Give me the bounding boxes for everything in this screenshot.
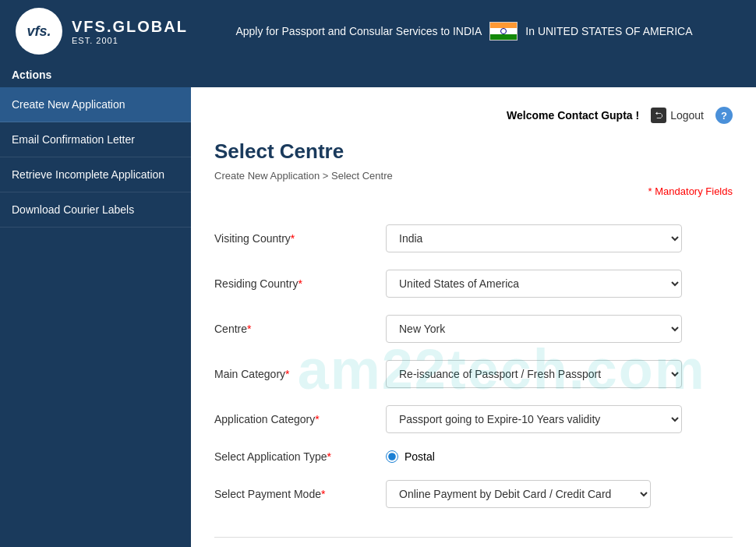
sidebar-item-create-new[interactable]: Create New Application xyxy=(0,87,191,122)
flag-green xyxy=(490,34,517,40)
brand-main: VFS.GLOBAL xyxy=(72,18,188,36)
app-category-select[interactable]: Passport going to Expire-10 Years validi… xyxy=(386,405,682,433)
logout-label: Logout xyxy=(670,109,704,122)
divider xyxy=(214,537,733,538)
logout-icon: ⮌ xyxy=(651,108,666,123)
payment-mode-select[interactable]: Online Payment by Debit Card / Credit Ca… xyxy=(386,480,651,508)
main-category-select[interactable]: Re-issuance of Passport / Fresh Passport xyxy=(386,360,682,388)
brand-sub: EST. 2001 xyxy=(72,36,188,45)
logo-area: vfs. VFS.GLOBAL EST. 2001 xyxy=(16,8,188,55)
breadcrumb: Create New Application > Select Centre xyxy=(214,170,733,182)
india-flag xyxy=(489,22,518,41)
sidebar-item-label: Email Confirmation Letter xyxy=(12,133,135,146)
payment-mode-control: Online Payment by Debit Card / Credit Ca… xyxy=(386,480,651,508)
breadcrumb-part2: Select Centre xyxy=(331,170,393,182)
actions-bar: Actions xyxy=(0,62,756,87)
app-type-row: Select Application Type* Postal xyxy=(214,450,733,463)
main-category-label: Main Category* xyxy=(214,368,386,380)
logo-vfs-text: vfs. xyxy=(26,23,51,40)
app-category-label: Application Category* xyxy=(214,413,386,425)
visiting-country-label: Visiting Country* xyxy=(214,232,386,245)
flag-orange xyxy=(490,23,517,28)
main-category-row: Main Category* Re-issuance of Passport /… xyxy=(214,360,733,388)
header-tagline: Apply for Passport and Consular Services… xyxy=(188,22,740,41)
centre-label: Centre* xyxy=(214,323,386,335)
sidebar-item-label: Download Courier Labels xyxy=(12,203,134,216)
actions-title: Actions xyxy=(12,69,51,81)
user-bar: Welcome Contact Gupta ! ⮌ Logout ? xyxy=(214,107,733,124)
residing-country-row: Residing Country* United States of Ameri… xyxy=(214,270,733,298)
sidebar-item-download[interactable]: Download Courier Labels xyxy=(0,192,191,228)
app-header: vfs. VFS.GLOBAL EST. 2001 Apply for Pass… xyxy=(0,0,756,62)
app-category-row: Application Category* Passport going to … xyxy=(214,405,733,433)
content-area: am22tech.com Welcome Contact Gupta ! ⮌ L… xyxy=(191,87,756,547)
mandatory-text: Mandatory Fields xyxy=(655,185,733,197)
app-type-control: Postal xyxy=(386,450,682,463)
sidebar: Create New Application Email Confirmatio… xyxy=(0,87,191,547)
mandatory-note: * Mandatory Fields xyxy=(214,185,733,197)
help-icon[interactable]: ? xyxy=(715,107,733,124)
app-type-postal-label: Postal xyxy=(404,450,435,463)
flag-chakra xyxy=(500,28,507,34)
sidebar-item-label: Create New Application xyxy=(12,98,125,111)
vfs-title: VFS.GLOBAL EST. 2001 xyxy=(72,18,188,45)
main-category-control: Re-issuance of Passport / Fresh Passport xyxy=(386,360,682,388)
visiting-country-select[interactable]: India xyxy=(386,224,682,252)
breadcrumb-part1: Create New Application xyxy=(214,170,320,182)
residing-country-label: Residing Country* xyxy=(214,277,386,290)
tagline-text: Apply for Passport and Consular Services… xyxy=(235,25,482,37)
sidebar-item-label: Retrieve Incomplete Application xyxy=(12,168,164,181)
visiting-country-control: India xyxy=(386,224,682,252)
centre-control: New York xyxy=(386,315,682,343)
payment-mode-label: Select Payment Mode* xyxy=(214,488,386,500)
logout-button[interactable]: ⮌ Logout xyxy=(651,108,704,123)
residing-country-select[interactable]: United States of America xyxy=(386,270,682,298)
sidebar-item-retrieve[interactable]: Retrieve Incomplete Application xyxy=(0,157,191,192)
centre-select[interactable]: New York xyxy=(386,315,682,343)
sidebar-item-email-confirm[interactable]: Email Confirmation Letter xyxy=(0,122,191,157)
app-category-control: Passport going to Expire-10 Years validi… xyxy=(386,405,682,433)
flag-white xyxy=(490,28,517,34)
payment-mode-row: Select Payment Mode* Online Payment by D… xyxy=(214,480,733,508)
app-type-postal-radio[interactable] xyxy=(386,450,398,463)
form-section: Visiting Country* India Residing Country… xyxy=(214,217,733,533)
logo-circle: vfs. xyxy=(16,8,62,55)
app-type-label: Select Application Type* xyxy=(214,450,386,463)
centre-row: Centre* New York xyxy=(214,315,733,343)
welcome-text: Welcome Contact Gupta ! xyxy=(507,109,639,122)
residing-country-control: United States of America xyxy=(386,270,682,298)
visiting-country-row: Visiting Country* India xyxy=(214,224,733,252)
country-text: In UNITED STATES OF AMERICA xyxy=(525,25,692,37)
mandatory-star: * xyxy=(648,185,652,197)
page-title: Select Centre xyxy=(214,139,733,164)
breadcrumb-sep: > xyxy=(323,170,331,182)
main-layout: Create New Application Email Confirmatio… xyxy=(0,87,756,547)
